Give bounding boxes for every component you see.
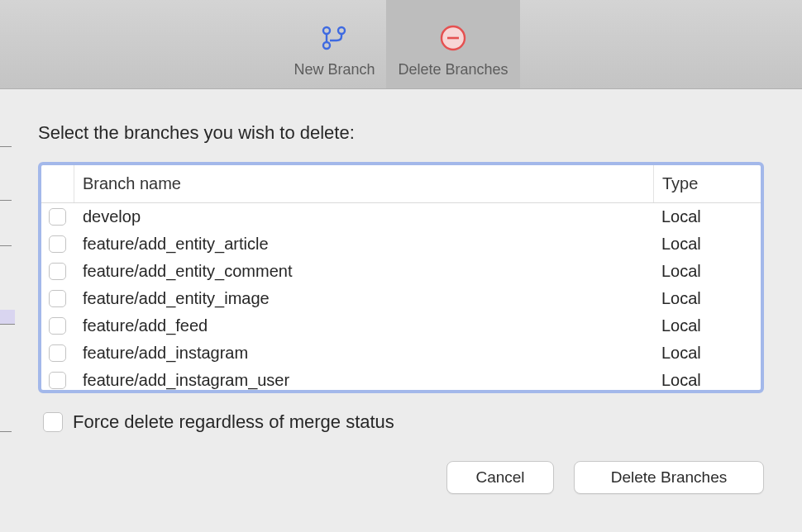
svg-point-1 [323, 27, 330, 34]
row-checkbox-cell [41, 344, 74, 362]
row-checkbox[interactable] [49, 344, 66, 362]
table-row[interactable]: developLocal [41, 203, 761, 230]
row-branch-type: Local [653, 371, 761, 390]
column-branch-name[interactable]: Branch name [74, 174, 653, 193]
force-delete-row: Force delete regardless of merge status [38, 411, 764, 433]
cancel-button[interactable]: Cancel [446, 461, 554, 494]
tab-new-branch[interactable]: New Branch [282, 0, 386, 88]
column-checkbox[interactable] [41, 165, 74, 202]
row-branch-name: feature/add_entity_image [74, 289, 653, 308]
branch-list-frame: Branch name Type developLocalfeature/add… [38, 162, 764, 393]
table-row[interactable]: feature/add_instagramLocal [41, 340, 761, 367]
table-row[interactable]: feature/add_entity_commentLocal [41, 258, 761, 285]
tab-label: Delete Branches [398, 61, 508, 78]
table-row[interactable]: feature/add_instagram_userLocal [41, 367, 761, 390]
branch-icon [319, 23, 349, 53]
table-row[interactable]: feature/add_feedLocal [41, 312, 761, 340]
minus-circle-icon [438, 23, 468, 53]
row-branch-type: Local [653, 344, 761, 363]
row-checkbox-cell [41, 263, 74, 280]
row-branch-name: feature/add_instagram_user [74, 371, 653, 390]
force-delete-label: Force delete regardless of merge status [73, 411, 394, 433]
row-branch-name: feature/add_entity_comment [74, 262, 653, 281]
column-type[interactable]: Type [653, 165, 761, 202]
row-branch-name: feature/add_instagram [74, 344, 653, 363]
branch-list-header: Branch name Type [41, 165, 761, 203]
branch-list-body[interactable]: developLocalfeature/add_entity_articleLo… [41, 203, 761, 390]
table-row[interactable]: feature/add_entity_imageLocal [41, 285, 761, 312]
table-row[interactable]: feature/add_entity_articleLocal [41, 230, 761, 258]
row-checkbox-cell [41, 290, 74, 307]
tab-label: New Branch [294, 61, 375, 78]
row-checkbox[interactable] [49, 372, 66, 389]
row-branch-name: feature/add_entity_article [74, 235, 653, 254]
row-branch-type: Local [653, 289, 761, 308]
row-checkbox-cell [41, 317, 74, 335]
row-branch-name: develop [74, 207, 653, 226]
delete-branches-button[interactable]: Delete Branches [574, 461, 764, 494]
svg-point-0 [323, 42, 330, 49]
instruction-text: Select the branches you wish to delete: [38, 122, 764, 144]
svg-point-2 [338, 27, 345, 34]
row-checkbox[interactable] [49, 290, 66, 307]
dialog-content: Select the branches you wish to delete: … [0, 89, 802, 514]
tab-group: New Branch Delete Branches [282, 0, 519, 88]
row-branch-type: Local [653, 316, 761, 335]
row-checkbox-cell [41, 235, 74, 253]
row-checkbox-cell [41, 208, 74, 226]
row-branch-type: Local [653, 235, 761, 254]
toolbar: New Branch Delete Branches [0, 0, 802, 89]
row-branch-type: Local [653, 262, 761, 281]
row-checkbox[interactable] [49, 263, 66, 280]
tab-delete-branches[interactable]: Delete Branches [386, 0, 519, 88]
row-checkbox[interactable] [49, 317, 66, 335]
row-checkbox[interactable] [49, 235, 66, 253]
row-checkbox[interactable] [49, 208, 66, 226]
dialog-buttons: Cancel Delete Branches [38, 461, 764, 494]
row-branch-type: Local [653, 207, 761, 226]
row-checkbox-cell [41, 372, 74, 389]
force-delete-checkbox[interactable] [43, 412, 63, 432]
row-branch-name: feature/add_feed [74, 316, 653, 335]
